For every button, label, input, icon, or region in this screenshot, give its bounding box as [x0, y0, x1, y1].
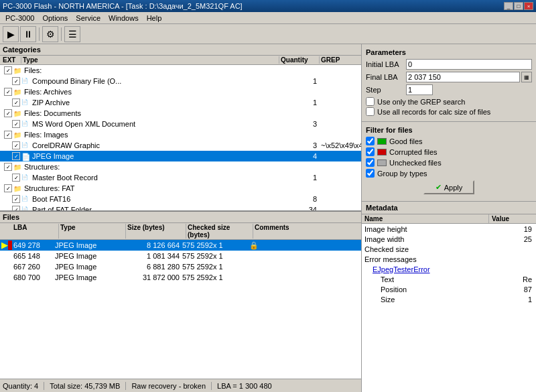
file-checked: 575 2592x 1: [182, 252, 249, 260]
checkbox[interactable]: ✓: [4, 66, 12, 74]
file-size: 8 126 664: [122, 241, 182, 249]
file-comments: 🔒: [249, 241, 360, 250]
checkbox[interactable]: ✓: [12, 195, 20, 203]
menu-help[interactable]: Help: [143, 13, 166, 23]
group-by-types-row: Group by types: [366, 169, 532, 178]
parameters-section: Parameters Initial LBA Final LBA ▦ Step …: [362, 44, 536, 122]
arrow-indicator: ▶: [1, 241, 8, 250]
checkbox[interactable]: ✓: [4, 163, 12, 171]
categories-header: Categories: [0, 44, 361, 56]
list-item[interactable]: ✓ 📄 Part of FAT Folder 34: [0, 204, 361, 210]
apply-label: Apply: [444, 184, 463, 192]
folder-icon: 📁: [13, 110, 23, 117]
list-item[interactable]: Size 1: [362, 294, 536, 304]
table-row[interactable]: 667 260 JPEG Image 6 881 280 575 2592x 1: [0, 261, 361, 272]
list-item[interactable]: ✓ 📄 ZIP Archive 1: [0, 97, 361, 108]
list-item[interactable]: Text Re: [362, 274, 536, 284]
minimize-button[interactable]: _: [504, 2, 513, 10]
checkbox[interactable]: ✓: [12, 120, 20, 128]
col-lba: LBA: [12, 224, 59, 239]
cat-row-label: MS Word Open XML Document: [32, 120, 279, 128]
columns-button[interactable]: ☰: [64, 26, 80, 42]
corrupted-files-checkbox[interactable]: [366, 147, 375, 156]
close-button[interactable]: ×: [524, 2, 533, 10]
list-item[interactable]: ✓ 📁 Structures: FAT: [0, 183, 361, 194]
corrupted-files-color: [377, 149, 387, 155]
list-item[interactable]: ✓ 📄 CorelDRAW Graphic 3 ~\x52\x49\x46...…: [0, 140, 361, 151]
list-item[interactable]: Position 87: [362, 284, 536, 294]
col-ext: EXT: [1, 56, 21, 64]
table-row[interactable]: ▶ 649 278 JPEG Image 8 126 664 575 2592x…: [0, 240, 361, 251]
menu-windows[interactable]: Windows: [105, 13, 143, 23]
checkbox[interactable]: ✓: [4, 131, 12, 139]
list-item[interactable]: ✓ 📁 Structures:: [0, 161, 361, 172]
step-input[interactable]: [406, 84, 433, 95]
cat-row-label: Boot FAT16: [32, 195, 279, 203]
toolbar-separator-2: [61, 27, 62, 41]
cat-row-label: Files: Images: [24, 131, 279, 139]
initial-lba-row: Initial LBA: [366, 59, 532, 70]
list-item[interactable]: Image width 25: [362, 234, 536, 244]
pause-button[interactable]: ⏸: [20, 26, 36, 42]
step-row: Step: [366, 84, 532, 95]
cat-row-label: Structures: FAT: [24, 184, 279, 192]
menu-options[interactable]: Options: [38, 13, 72, 23]
step-label: Step: [366, 86, 406, 94]
initial-lba-input[interactable]: [406, 59, 532, 70]
list-item[interactable]: ✓ 📄 Compound Binary File (O... 1: [0, 76, 361, 86]
cat-row-label: ZIP Archive: [32, 99, 279, 107]
apply-button[interactable]: ✔ Apply: [423, 180, 475, 194]
allrecords-label: Use all records for calc size of files: [377, 108, 490, 116]
list-item[interactable]: ✓ 📁 Files: Archives: [0, 86, 361, 97]
list-item[interactable]: ✓ 📁 Files: Documents: [0, 108, 361, 119]
table-row[interactable]: 680 700 JPEG Image 31 872 000 575 2592x …: [0, 272, 361, 283]
list-item[interactable]: ✓ 📁 Files: Images: [0, 129, 361, 140]
good-files-row: Good files: [366, 137, 532, 145]
good-files-checkbox[interactable]: [366, 137, 375, 145]
cat-row-label: Files:: [24, 66, 279, 74]
play-button[interactable]: ▶: [3, 26, 19, 42]
list-item[interactable]: ✓ 📄 MS Word Open XML Document 3: [0, 119, 361, 129]
checkbox[interactable]: ✓: [12, 99, 20, 107]
grep-label: Use only the GREP search: [377, 98, 465, 106]
maximize-button[interactable]: □: [514, 2, 523, 10]
checkbox[interactable]: ✓: [12, 141, 20, 149]
toolbar-separator-1: [39, 27, 40, 41]
checkbox[interactable]: ✓: [12, 152, 20, 160]
file-lba: 665 148: [13, 252, 55, 260]
list-item[interactable]: Checked size: [362, 244, 536, 254]
checkbox[interactable]: ✓: [12, 174, 20, 182]
allrecords-checkbox[interactable]: [366, 107, 375, 116]
checkbox[interactable]: ✓: [12, 77, 20, 85]
final-lba-picker-button[interactable]: ▦: [521, 72, 532, 82]
group-by-types-checkbox[interactable]: [366, 169, 375, 178]
list-item[interactable]: EJpegTesterError: [362, 264, 536, 274]
grep-checkbox[interactable]: [366, 97, 375, 106]
unchecked-files-checkbox[interactable]: [366, 158, 375, 167]
list-item[interactable]: ✓ 📁 Files:: [0, 65, 361, 76]
list-item[interactable]: Error messages: [362, 254, 536, 264]
menu-pc3000[interactable]: PC-3000: [1, 13, 38, 23]
file-icon: 📄: [21, 153, 31, 159]
group-by-types-label: Group by types: [377, 170, 427, 178]
cat-row-label: Files: Documents: [24, 109, 279, 117]
list-item[interactable]: ✓ 📄 JPEG Image 4: [0, 151, 361, 161]
corrupted-files-row: Corrupted files: [366, 147, 532, 156]
meta-col-value: Value: [489, 214, 536, 223]
list-item[interactable]: ✓ 📄 Master Boot Record 1: [0, 172, 361, 183]
file-checked: 575 2592x 1: [182, 241, 249, 249]
list-item[interactable]: ✓ 📄 Boot FAT16 8: [0, 194, 361, 204]
cat-row-label: JPEG Image: [32, 152, 279, 160]
checkbox[interactable]: ✓: [4, 109, 12, 117]
list-item[interactable]: Image height 19: [362, 224, 536, 234]
final-lba-input[interactable]: [406, 72, 520, 82]
settings-button[interactable]: ⚙: [42, 26, 58, 42]
col-checked: Checked size (bytes): [186, 224, 253, 239]
checkbox[interactable]: ✓: [4, 88, 12, 96]
table-row[interactable]: 665 148 JPEG Image 1 081 344 575 2592x 1: [0, 251, 361, 261]
metadata-table-header: Name Value: [362, 214, 536, 224]
checkbox[interactable]: ✓: [4, 184, 12, 192]
menu-service[interactable]: Service: [72, 13, 105, 23]
checkbox[interactable]: ✓: [12, 206, 20, 210]
file-icon: 📄: [21, 121, 31, 127]
